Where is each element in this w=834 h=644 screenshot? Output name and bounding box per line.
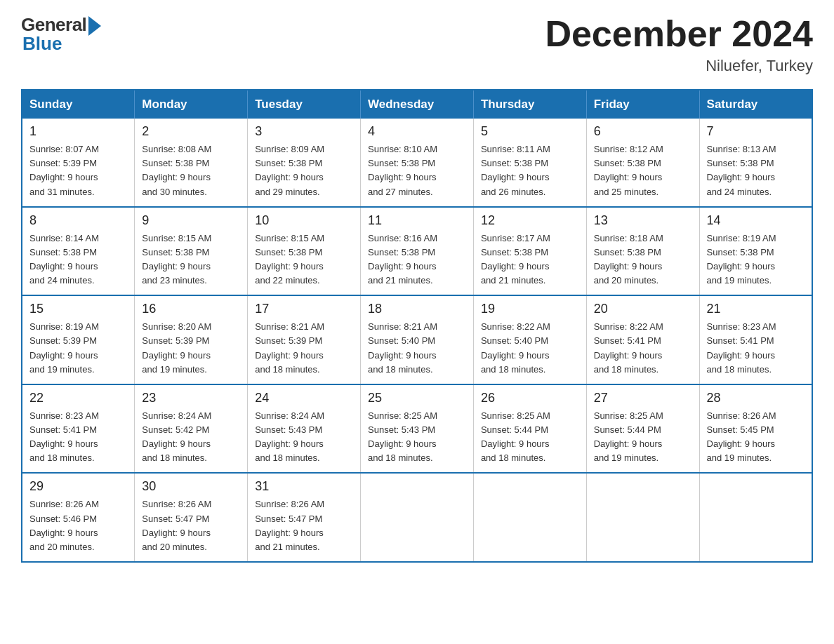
day-number: 13: [594, 213, 692, 228]
month-title: December 2024: [545, 14, 813, 54]
day-number: 20: [594, 302, 692, 316]
day-info: Sunrise: 8:14 AM Sunset: 5:38 PM Dayligh…: [29, 232, 127, 288]
day-number: 18: [368, 302, 466, 316]
day-number: 23: [142, 391, 240, 405]
day-info: Sunrise: 8:07 AM Sunset: 5:39 PM Dayligh…: [29, 142, 127, 199]
day-number: 8: [29, 213, 127, 228]
calendar-cell: 27Sunrise: 8:25 AM Sunset: 5:44 PM Dayli…: [586, 384, 699, 474]
day-info: Sunrise: 8:15 AM Sunset: 5:38 PM Dayligh…: [255, 232, 353, 288]
calendar-cell: 15Sunrise: 8:19 AM Sunset: 5:39 PM Dayli…: [22, 295, 135, 384]
day-number: 25: [368, 391, 466, 405]
day-number: 29: [29, 479, 127, 494]
calendar-cell: [586, 473, 699, 562]
calendar-cell: 26Sunrise: 8:25 AM Sunset: 5:44 PM Dayli…: [473, 384, 586, 474]
day-number: 2: [142, 124, 240, 139]
day-info: Sunrise: 8:24 AM Sunset: 5:42 PM Dayligh…: [142, 409, 240, 466]
column-header-sunday: Sunday: [22, 90, 135, 119]
day-number: 26: [481, 391, 579, 405]
calendar-cell: 8Sunrise: 8:14 AM Sunset: 5:38 PM Daylig…: [22, 207, 135, 296]
day-info: Sunrise: 8:25 AM Sunset: 5:43 PM Dayligh…: [368, 409, 466, 466]
day-info: Sunrise: 8:19 AM Sunset: 5:39 PM Dayligh…: [29, 320, 127, 377]
calendar-week-row: 29Sunrise: 8:26 AM Sunset: 5:46 PM Dayli…: [22, 473, 812, 562]
day-info: Sunrise: 8:20 AM Sunset: 5:39 PM Dayligh…: [142, 320, 240, 377]
day-number: 24: [255, 391, 353, 405]
day-info: Sunrise: 8:16 AM Sunset: 5:38 PM Dayligh…: [368, 232, 466, 288]
day-number: 21: [707, 302, 805, 316]
day-number: 9: [142, 213, 240, 228]
day-number: 10: [255, 213, 353, 228]
day-number: 30: [142, 479, 240, 494]
day-info: Sunrise: 8:25 AM Sunset: 5:44 PM Dayligh…: [594, 409, 692, 466]
calendar-cell: 22Sunrise: 8:23 AM Sunset: 5:41 PM Dayli…: [22, 384, 135, 474]
calendar-cell: 10Sunrise: 8:15 AM Sunset: 5:38 PM Dayli…: [248, 207, 361, 296]
day-number: 28: [707, 391, 805, 405]
day-info: Sunrise: 8:08 AM Sunset: 5:38 PM Dayligh…: [142, 142, 240, 199]
calendar-week-row: 1Sunrise: 8:07 AM Sunset: 5:39 PM Daylig…: [22, 119, 812, 207]
calendar-cell: 21Sunrise: 8:23 AM Sunset: 5:41 PM Dayli…: [699, 295, 812, 384]
calendar-cell: 5Sunrise: 8:11 AM Sunset: 5:38 PM Daylig…: [473, 119, 586, 207]
calendar-cell: 25Sunrise: 8:25 AM Sunset: 5:43 PM Dayli…: [361, 384, 474, 474]
calendar-week-row: 15Sunrise: 8:19 AM Sunset: 5:39 PM Dayli…: [22, 295, 812, 384]
day-info: Sunrise: 8:17 AM Sunset: 5:38 PM Dayligh…: [481, 232, 579, 288]
day-number: 15: [29, 302, 127, 316]
logo-blue-text: Blue: [21, 33, 62, 55]
calendar-cell: 13Sunrise: 8:18 AM Sunset: 5:38 PM Dayli…: [586, 207, 699, 296]
day-info: Sunrise: 8:26 AM Sunset: 5:47 PM Dayligh…: [255, 497, 353, 554]
day-info: Sunrise: 8:10 AM Sunset: 5:38 PM Dayligh…: [368, 142, 466, 199]
day-number: 5: [481, 124, 579, 139]
day-info: Sunrise: 8:18 AM Sunset: 5:38 PM Dayligh…: [594, 232, 692, 288]
day-info: Sunrise: 8:24 AM Sunset: 5:43 PM Dayligh…: [255, 409, 353, 466]
calendar-cell: 20Sunrise: 8:22 AM Sunset: 5:41 PM Dayli…: [586, 295, 699, 384]
location-label: Niluefer, Turkey: [545, 57, 813, 75]
column-header-saturday: Saturday: [699, 90, 812, 119]
calendar-cell: 6Sunrise: 8:12 AM Sunset: 5:38 PM Daylig…: [586, 119, 699, 207]
calendar-cell: 24Sunrise: 8:24 AM Sunset: 5:43 PM Dayli…: [248, 384, 361, 474]
calendar-cell: 7Sunrise: 8:13 AM Sunset: 5:38 PM Daylig…: [699, 119, 812, 207]
day-info: Sunrise: 8:26 AM Sunset: 5:46 PM Dayligh…: [29, 497, 127, 554]
day-info: Sunrise: 8:11 AM Sunset: 5:38 PM Dayligh…: [481, 142, 579, 199]
column-header-thursday: Thursday: [473, 90, 586, 119]
day-number: 31: [255, 479, 353, 494]
calendar-cell: 31Sunrise: 8:26 AM Sunset: 5:47 PM Dayli…: [248, 473, 361, 562]
day-info: Sunrise: 8:21 AM Sunset: 5:40 PM Dayligh…: [368, 320, 466, 377]
day-number: 22: [29, 391, 127, 405]
calendar-cell: [361, 473, 474, 562]
logo: General Blue: [21, 14, 101, 55]
day-info: Sunrise: 8:23 AM Sunset: 5:41 PM Dayligh…: [707, 320, 805, 377]
page-header: General Blue December 2024 Niluefer, Tur…: [21, 14, 813, 75]
day-info: Sunrise: 8:19 AM Sunset: 5:38 PM Dayligh…: [707, 232, 805, 288]
calendar-week-row: 8Sunrise: 8:14 AM Sunset: 5:38 PM Daylig…: [22, 207, 812, 296]
day-number: 19: [481, 302, 579, 316]
calendar-cell: 29Sunrise: 8:26 AM Sunset: 5:46 PM Dayli…: [22, 473, 135, 562]
calendar-week-row: 22Sunrise: 8:23 AM Sunset: 5:41 PM Dayli…: [22, 384, 812, 474]
calendar-cell: [699, 473, 812, 562]
calendar-header-row: SundayMondayTuesdayWednesdayThursdayFrid…: [22, 90, 812, 119]
calendar-cell: 12Sunrise: 8:17 AM Sunset: 5:38 PM Dayli…: [473, 207, 586, 296]
calendar-cell: 1Sunrise: 8:07 AM Sunset: 5:39 PM Daylig…: [22, 119, 135, 207]
day-number: 7: [707, 124, 805, 139]
day-info: Sunrise: 8:21 AM Sunset: 5:39 PM Dayligh…: [255, 320, 353, 377]
day-number: 14: [707, 213, 805, 228]
day-number: 12: [481, 213, 579, 228]
day-number: 11: [368, 213, 466, 228]
day-number: 6: [594, 124, 692, 139]
logo-arrow-icon: [88, 16, 101, 36]
column-header-wednesday: Wednesday: [361, 90, 474, 119]
calendar-cell: 19Sunrise: 8:22 AM Sunset: 5:40 PM Dayli…: [473, 295, 586, 384]
column-header-monday: Monday: [135, 90, 248, 119]
column-header-friday: Friday: [586, 90, 699, 119]
day-number: 27: [594, 391, 692, 405]
day-info: Sunrise: 8:15 AM Sunset: 5:38 PM Dayligh…: [142, 232, 240, 288]
day-info: Sunrise: 8:09 AM Sunset: 5:38 PM Dayligh…: [255, 142, 353, 199]
calendar-cell: 2Sunrise: 8:08 AM Sunset: 5:38 PM Daylig…: [135, 119, 248, 207]
day-info: Sunrise: 8:22 AM Sunset: 5:41 PM Dayligh…: [594, 320, 692, 377]
day-info: Sunrise: 8:13 AM Sunset: 5:38 PM Dayligh…: [707, 142, 805, 199]
day-number: 1: [29, 124, 127, 139]
calendar-cell: 23Sunrise: 8:24 AM Sunset: 5:42 PM Dayli…: [135, 384, 248, 474]
day-info: Sunrise: 8:26 AM Sunset: 5:45 PM Dayligh…: [707, 409, 805, 466]
day-info: Sunrise: 8:25 AM Sunset: 5:44 PM Dayligh…: [481, 409, 579, 466]
calendar-cell: 30Sunrise: 8:26 AM Sunset: 5:47 PM Dayli…: [135, 473, 248, 562]
calendar-table: SundayMondayTuesdayWednesdayThursdayFrid…: [21, 89, 813, 563]
calendar-cell: 4Sunrise: 8:10 AM Sunset: 5:38 PM Daylig…: [361, 119, 474, 207]
day-number: 3: [255, 124, 353, 139]
